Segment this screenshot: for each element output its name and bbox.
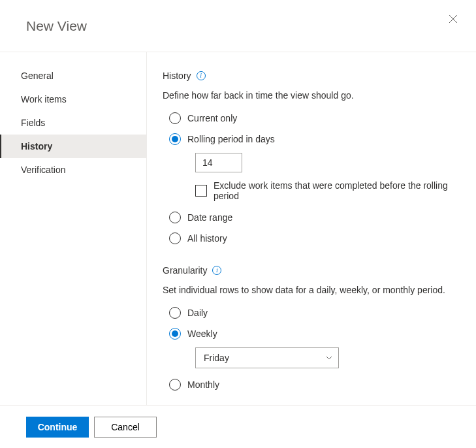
radio-daily[interactable]: Daily bbox=[169, 307, 463, 319]
dialog-title: New View bbox=[26, 18, 450, 34]
granularity-heading-text: Granularity bbox=[163, 265, 207, 276]
history-heading: History i bbox=[163, 71, 463, 81]
radio-label: All history bbox=[187, 233, 227, 244]
radio-label: Rolling period in days bbox=[187, 134, 275, 144]
content-pane: History i Define how far back in time th… bbox=[147, 52, 476, 405]
radio-date-range[interactable]: Date range bbox=[169, 212, 463, 223]
history-heading-text: History bbox=[163, 71, 191, 81]
info-icon[interactable]: i bbox=[212, 266, 221, 275]
radio-icon bbox=[169, 307, 181, 319]
history-description: Define how far back in time the view sho… bbox=[163, 90, 463, 101]
chevron-down-icon bbox=[325, 354, 333, 362]
granularity-radio-group: Daily Weekly Friday Monthly bbox=[169, 307, 463, 391]
sidebar-item-work-items[interactable]: Work items bbox=[0, 88, 146, 111]
dialog-footer: Continue Cancel bbox=[0, 405, 476, 448]
continue-button[interactable]: Continue bbox=[26, 417, 89, 438]
radio-label: Current only bbox=[187, 113, 237, 123]
granularity-heading: Granularity i bbox=[163, 265, 463, 276]
radio-weekly[interactable]: Weekly bbox=[169, 328, 463, 340]
rolling-days-input[interactable] bbox=[195, 153, 242, 172]
sidebar-item-verification[interactable]: Verification bbox=[0, 158, 146, 182]
radio-label: Weekly bbox=[187, 328, 217, 339]
radio-rolling-period[interactable]: Rolling period in days bbox=[169, 133, 463, 145]
weekly-day-select[interactable]: Friday bbox=[195, 347, 339, 368]
radio-monthly[interactable]: Monthly bbox=[169, 379, 463, 391]
close-icon bbox=[449, 14, 458, 24]
radio-icon bbox=[169, 328, 181, 340]
history-radio-group: Current only Rolling period in days Excl… bbox=[169, 112, 463, 244]
radio-current-only[interactable]: Current only bbox=[169, 112, 463, 124]
sidebar-item-history[interactable]: History bbox=[0, 135, 146, 158]
granularity-description: Set individual rows to show data for a d… bbox=[163, 285, 463, 295]
cancel-button[interactable]: Cancel bbox=[94, 417, 157, 438]
info-icon[interactable]: i bbox=[197, 71, 206, 80]
weekly-day-select-wrap: Friday bbox=[195, 347, 463, 368]
radio-icon bbox=[169, 379, 181, 391]
exclude-checkbox-row[interactable]: Exclude work items that were completed b… bbox=[195, 180, 463, 201]
checkbox-icon bbox=[195, 185, 207, 197]
radio-all-history[interactable]: All history bbox=[169, 232, 463, 244]
radio-icon bbox=[169, 232, 181, 244]
rolling-sub-controls: Exclude work items that were completed b… bbox=[195, 153, 463, 201]
sidebar: General Work items Fields History Verifi… bbox=[0, 52, 147, 405]
radio-label: Monthly bbox=[187, 379, 219, 390]
select-value: Friday bbox=[204, 353, 229, 363]
radio-label: Date range bbox=[187, 212, 232, 223]
radio-icon bbox=[169, 112, 181, 124]
radio-label: Daily bbox=[187, 308, 208, 318]
checkbox-label: Exclude work items that were completed b… bbox=[214, 180, 463, 201]
radio-icon bbox=[169, 212, 181, 223]
close-button[interactable] bbox=[443, 9, 463, 29]
radio-icon bbox=[169, 133, 181, 145]
dialog-header: New View bbox=[0, 0, 476, 52]
dialog-body: General Work items Fields History Verifi… bbox=[0, 52, 476, 405]
sidebar-item-general[interactable]: General bbox=[0, 64, 146, 88]
sidebar-item-fields[interactable]: Fields bbox=[0, 111, 146, 135]
